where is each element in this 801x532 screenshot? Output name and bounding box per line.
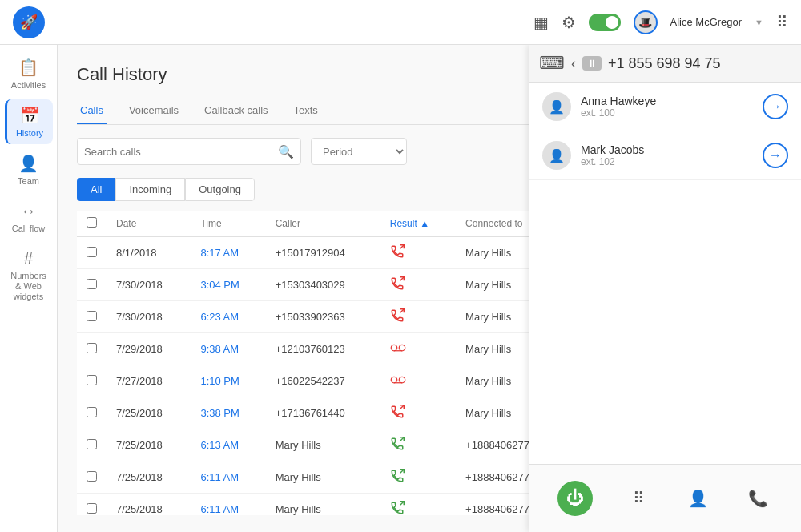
row-checkbox[interactable]: [87, 343, 97, 353]
outgoing-call-icon: [390, 437, 405, 451]
recent-calls-button[interactable]: 📞: [744, 484, 773, 513]
missed-call-icon: [390, 308, 405, 323]
tab-voicemails[interactable]: Voicemails: [126, 98, 182, 124]
cell-caller: +15033902363: [266, 301, 380, 333]
transfer-btn-2[interactable]: →: [763, 143, 788, 168]
col-result[interactable]: Result ▲: [380, 211, 456, 237]
cell-date: 7/30/2018: [107, 269, 191, 301]
cell-caller: +17136761440: [266, 397, 380, 429]
tab-calls[interactable]: Calls: [77, 98, 107, 124]
voicemail-icon: [390, 373, 406, 387]
missed-call-icon: [390, 276, 405, 291]
col-caller: Caller: [266, 211, 380, 237]
cell-time: 3:04 PM: [191, 269, 265, 301]
sidebar-item-label: Call flow: [12, 224, 46, 233]
cell-time: 6:23 AM: [191, 301, 265, 333]
user-dropdown-arrow[interactable]: ▼: [755, 18, 763, 27]
app-logo[interactable]: 🚀: [13, 6, 45, 38]
cell-result: [380, 397, 456, 429]
dialpad-icon[interactable]: ⠿: [776, 13, 788, 32]
cell-date: 7/25/2018: [107, 397, 191, 429]
contacts-button[interactable]: 👤: [684, 484, 713, 513]
sidebar-item-label: Numbers & Web widgets: [8, 271, 50, 303]
voicemail-icon: [390, 341, 406, 355]
user-name[interactable]: Alice McGregor: [670, 16, 743, 28]
settings-icon[interactable]: ⚙: [562, 13, 576, 32]
sidebar-item-label: History: [16, 128, 43, 138]
tab-texts[interactable]: Texts: [291, 98, 321, 124]
status-toggle[interactable]: [589, 14, 621, 31]
cell-caller: Mary Hills: [266, 429, 380, 461]
sidebar-item-label: Activities: [11, 80, 46, 90]
outgoing-call-icon: [390, 469, 405, 483]
cell-result: [380, 365, 456, 397]
phone-action-row: ⏻ ⠿ 👤 📞: [542, 474, 788, 522]
cell-time: 9:38 AM: [191, 333, 265, 365]
contact-info-1: Anna Hawkeye ext. 100: [581, 95, 753, 119]
cell-caller: Mary Hills: [266, 494, 380, 516]
cell-result: [380, 269, 456, 301]
sidebar: 📋 Activities 📅 History 👤 Team ↔ Call flo…: [0, 45, 58, 532]
cell-date: 7/29/2018: [107, 333, 191, 365]
row-checkbox[interactable]: [87, 439, 97, 449]
svg-point-3: [391, 345, 397, 351]
sidebar-item-team[interactable]: 👤 Team: [5, 147, 53, 192]
search-box: 🔍: [77, 138, 301, 165]
missed-call-icon: [390, 244, 405, 259]
cell-caller: Mary Hills: [266, 461, 380, 494]
back-button[interactable]: ‹: [571, 55, 576, 72]
cell-time: 6:11 AM: [191, 494, 265, 516]
history-icon: 📅: [20, 106, 40, 125]
cell-caller: +15303403029: [266, 269, 380, 301]
cell-time: 1:10 PM: [191, 365, 265, 397]
contact-name-2: Mark Jacobs: [581, 143, 753, 156]
topbar: 🚀 ▦ ⚙ 🎩 Alice McGregor ▼ ⠿: [0, 0, 801, 45]
sidebar-item-activities[interactable]: 📋 Activities: [5, 51, 53, 96]
sidebar-item-numbers[interactable]: # Numbers & Web widgets: [5, 243, 53, 309]
cell-caller: +16022542237: [266, 365, 380, 397]
logo-icon: 🚀: [20, 14, 38, 31]
activities-icon: 📋: [18, 58, 38, 77]
row-checkbox[interactable]: [87, 407, 97, 417]
sidebar-item-callflow[interactable]: ↔ Call flow: [5, 195, 53, 240]
numbers-icon: #: [24, 249, 33, 268]
row-checkbox[interactable]: [87, 247, 97, 257]
panel-dialpad-icon[interactable]: ⌨: [539, 53, 565, 74]
main-layout: 📋 Activities 📅 History 👤 Team ↔ Call flo…: [0, 45, 801, 532]
cell-time: 6:11 AM: [191, 461, 265, 494]
period-select[interactable]: Period: [311, 138, 407, 165]
filter-outgoing-button[interactable]: Outgoing: [185, 178, 255, 201]
pause-button[interactable]: ⏸: [582, 56, 602, 71]
outgoing-call-icon: [390, 501, 405, 515]
transfer-btn-1[interactable]: →: [763, 94, 788, 119]
phone-number: +1 855 698 94 75: [608, 55, 791, 72]
keypad-button[interactable]: ⠿: [624, 484, 653, 513]
callflow-icon: ↔: [21, 202, 37, 220]
cell-result: [380, 429, 456, 461]
tab-callback[interactable]: Callback calls: [201, 98, 271, 124]
cell-result: [380, 237, 456, 269]
cell-date: 7/25/2018: [107, 429, 191, 461]
svg-point-6: [391, 377, 397, 383]
avatar: 🎩: [634, 10, 658, 34]
row-checkbox[interactable]: [87, 471, 97, 482]
sidebar-item-history[interactable]: 📅 History: [5, 99, 53, 144]
row-checkbox[interactable]: [87, 375, 97, 385]
cell-result: [380, 494, 456, 516]
col-time: Time: [191, 211, 265, 237]
search-input[interactable]: [84, 146, 278, 158]
contact-ext-2: ext. 102: [581, 156, 753, 167]
row-checkbox[interactable]: [87, 503, 97, 514]
select-all-checkbox[interactable]: [87, 217, 97, 228]
col-date: Date: [107, 211, 191, 237]
row-checkbox[interactable]: [87, 311, 97, 321]
chart-icon[interactable]: ▦: [533, 13, 549, 32]
contact-avatar-1: 👤: [542, 92, 571, 121]
contact-avatar-2: 👤: [542, 141, 571, 170]
cell-date: 7/27/2018: [107, 365, 191, 397]
row-checkbox[interactable]: [87, 279, 97, 289]
filter-all-button[interactable]: All: [77, 178, 115, 201]
power-button[interactable]: ⏻: [557, 481, 593, 516]
filter-incoming-button[interactable]: Incoming: [115, 178, 185, 201]
contact-item: 👤 Anna Hawkeye ext. 100 →: [529, 83, 801, 131]
